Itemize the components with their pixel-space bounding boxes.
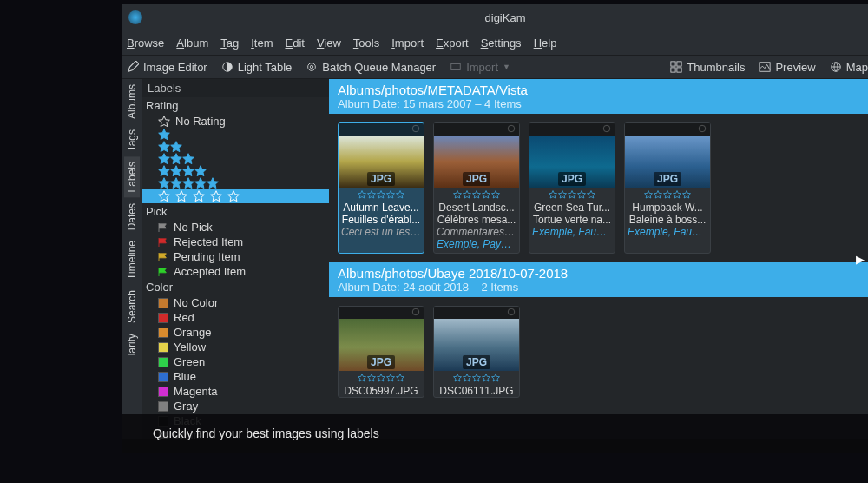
card-rating[interactable]: [339, 188, 424, 202]
tool-import: Import ▼: [450, 61, 510, 74]
card-title: Desert Landsc...: [434, 202, 519, 214]
tab-tags[interactable]: Tags: [124, 124, 140, 156]
tab-timeline[interactable]: Timeline: [124, 235, 140, 285]
view-thumbnails[interactable]: Thumbnails: [670, 61, 745, 74]
color-yellow[interactable]: Yellow: [142, 340, 329, 354]
thumbnail-card[interactable]: JPGDesert Landsc...Célèbres mesa...Comme…: [433, 122, 520, 254]
thumbnail-card[interactable]: JPGAutumn Leave...Feuilles d'érabl...Cec…: [338, 122, 424, 254]
pick-pending-item[interactable]: Pending Item: [142, 249, 329, 264]
thumbnail-card[interactable]: JPGHumpback W...Baleine à boss...Exemple…: [624, 122, 711, 254]
card-rating[interactable]: [625, 188, 710, 202]
star-outline-icon: [682, 190, 691, 199]
tab-albums[interactable]: Albums: [124, 79, 140, 124]
card-title: Humpback W...: [625, 202, 710, 214]
svg-rect-7: [677, 68, 681, 72]
star-outline-icon: [396, 190, 404, 199]
rating-1[interactable]: [142, 129, 329, 141]
star-outline-icon: [358, 190, 366, 199]
pick-rejected-item[interactable]: Rejected Item: [142, 235, 329, 249]
menu-browse[interactable]: Browse: [127, 36, 164, 50]
view-preview[interactable]: Preview: [759, 61, 815, 74]
star-outline-icon: [367, 374, 376, 382]
card-rating[interactable]: [434, 371, 519, 385]
rating-3[interactable]: [142, 153, 329, 165]
thumbs-row: JPGDSC05997.JPGJPGDSC06111.JPG: [329, 297, 868, 407]
tool-batch-queue[interactable]: Batch Queue Manager: [306, 61, 436, 74]
tool-light-table[interactable]: Light Table: [221, 61, 293, 74]
color-magenta[interactable]: Magenta: [142, 384, 329, 399]
import-icon: [450, 61, 462, 73]
tab-search[interactable]: Search: [124, 285, 140, 328]
card-rating[interactable]: [339, 371, 424, 385]
color-gray[interactable]: Gray: [142, 399, 329, 414]
card-subtitle: Célèbres mesa...: [434, 214, 519, 226]
star-filled-icon: [170, 165, 182, 177]
card-rating[interactable]: [434, 188, 519, 202]
color-red[interactable]: Red: [142, 310, 329, 325]
menu-item[interactable]: Item: [251, 36, 273, 50]
menu-import[interactable]: Import: [391, 36, 424, 50]
star-outline-icon: [482, 190, 490, 199]
star-outline-icon: [396, 374, 404, 382]
menubar: Browse Album Tag Item Edit View Tools Im…: [122, 30, 868, 55]
menu-tools[interactable]: Tools: [353, 36, 379, 50]
menu-album[interactable]: Album: [176, 36, 208, 50]
view-map[interactable]: Map: [830, 61, 868, 74]
window-title: digiKam: [142, 11, 868, 24]
tab-similarity[interactable]: larity: [124, 328, 140, 361]
geo-badge: [339, 307, 424, 319]
color-swatch-icon: [158, 328, 168, 338]
star-outline-icon: [577, 190, 586, 199]
menu-edit[interactable]: Edit: [285, 36, 304, 50]
card-rating[interactable]: [529, 188, 615, 202]
format-badge: JPG: [463, 355, 490, 369]
thumbnail-card[interactable]: JPGDSC06111.JPG: [433, 306, 520, 398]
card-title: DSC05997.JPG: [339, 385, 424, 397]
pick-no-pick[interactable]: No Pick: [142, 220, 329, 235]
rating-4[interactable]: [142, 165, 329, 177]
star-filled-icon: [158, 165, 170, 177]
star-filled-icon: [158, 153, 170, 165]
rating-selected-empty[interactable]: [142, 189, 329, 203]
geo-badge: [434, 307, 519, 319]
tab-dates[interactable]: Dates: [124, 198, 140, 235]
star-outline-icon: [549, 190, 557, 199]
rating-section-title: Rating: [142, 97, 329, 114]
flag-icon: [158, 223, 168, 232]
chevron-down-icon: ▼: [503, 63, 510, 71]
star-filled-icon: [182, 153, 194, 165]
color-orange[interactable]: Orange: [142, 325, 329, 340]
album-meta: Album Date: 15 mars 2007 – 4 Items: [338, 97, 859, 110]
menu-view[interactable]: View: [317, 36, 341, 50]
tab-labels[interactable]: Labels: [124, 156, 140, 197]
menu-export[interactable]: Export: [436, 36, 469, 50]
menu-tag[interactable]: Tag: [220, 36, 239, 50]
star-filled-icon: [194, 177, 207, 189]
star-outline-icon: [472, 374, 481, 382]
color-no-color[interactable]: No Color: [142, 295, 329, 310]
rating-5[interactable]: [142, 177, 329, 189]
album-header[interactable]: Albums/photos/Ubaye 2018/10-07-2018Album…: [329, 262, 868, 297]
card-subtitle: Tortue verte na...: [529, 214, 615, 226]
tool-image-editor[interactable]: Image Editor: [127, 61, 207, 74]
star-filled-icon: [182, 165, 194, 177]
color-green[interactable]: Green: [142, 354, 329, 369]
pick-accepted-item[interactable]: Accepted Item: [142, 264, 329, 279]
star-filled-icon: [170, 177, 182, 189]
rating-no-rating[interactable]: No Rating: [142, 114, 329, 129]
rating-2[interactable]: [142, 141, 329, 153]
menu-settings[interactable]: Settings: [481, 36, 522, 50]
card-title: DSC06111.JPG: [434, 385, 519, 397]
scroll-right-button[interactable]: ▶: [856, 253, 865, 266]
svg-point-11: [508, 125, 515, 132]
svg-point-14: [412, 308, 419, 315]
color-blue[interactable]: Blue: [142, 369, 329, 384]
star-outline-icon: [377, 190, 385, 199]
thumbnail-card[interactable]: JPGGreen Sea Tur...Tortue verte na...Exe…: [529, 122, 615, 254]
gear-icon: [306, 61, 318, 73]
album-header[interactable]: Albums/photos/METADATA/VistaAlbum Date: …: [329, 79, 868, 114]
thumbnail-card[interactable]: JPGDSC05997.JPG: [338, 306, 424, 398]
star-outline-icon: [587, 190, 595, 199]
menu-help[interactable]: Help: [534, 36, 557, 50]
color-swatch-icon: [158, 313, 168, 323]
